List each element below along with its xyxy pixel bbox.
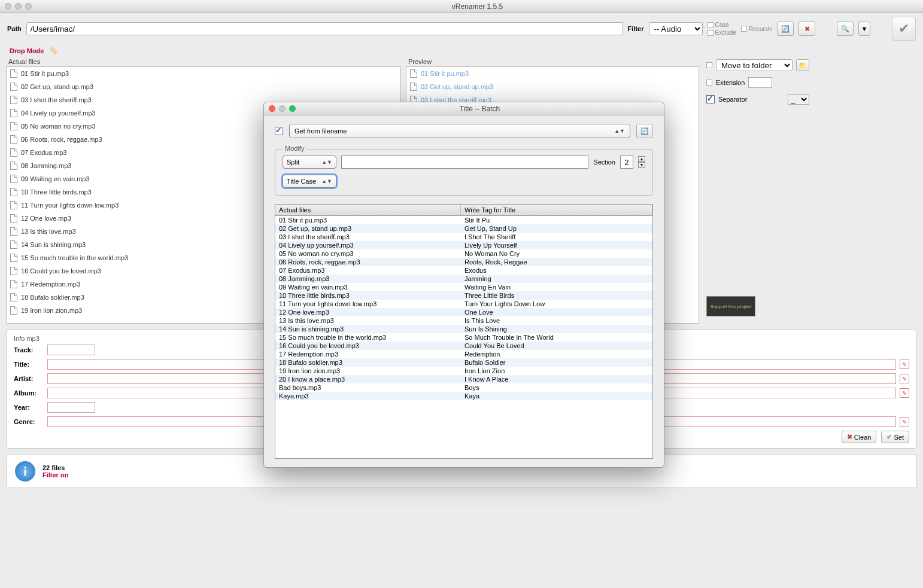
ext-input[interactable] bbox=[748, 77, 772, 88]
zoom-icon[interactable] bbox=[25, 3, 32, 10]
section-label: Section bbox=[593, 159, 615, 166]
clear-button[interactable]: ✖ bbox=[798, 22, 815, 36]
ext-label: Extension bbox=[716, 79, 745, 86]
file-icon bbox=[10, 162, 17, 170]
search-button[interactable]: 🔍 bbox=[837, 22, 854, 36]
col-actual[interactable]: Actual files bbox=[275, 205, 461, 215]
modal-zoom-icon[interactable] bbox=[289, 105, 296, 112]
file-icon bbox=[410, 69, 417, 78]
actual-files-label: Actual files bbox=[6, 57, 401, 66]
case-checkbox[interactable] bbox=[708, 22, 713, 28]
path-input[interactable] bbox=[26, 22, 623, 35]
move-select[interactable]: Move to folder bbox=[716, 59, 793, 71]
modal-min-icon[interactable] bbox=[279, 105, 286, 112]
table-row[interactable]: Bad boys.mp3Boys bbox=[275, 383, 652, 392]
table-row[interactable]: 01 Stir it pu.mp3Stir It Pu bbox=[275, 216, 652, 224]
modify-fieldset: Modify Split▲▼ Section ▲▼ Title Case▲▼ bbox=[275, 149, 653, 196]
close-icon[interactable] bbox=[5, 3, 11, 10]
edit-title-icon[interactable]: ✎ bbox=[900, 359, 909, 369]
section-spinner[interactable] bbox=[620, 156, 633, 169]
spin-down[interactable]: ▼ bbox=[638, 162, 645, 168]
exclude-checkbox[interactable] bbox=[708, 30, 713, 36]
table-row[interactable]: 08 Jamming.mp3Jamming bbox=[275, 275, 652, 283]
table-row[interactable]: 10 Three little birds.mp3Three Little Bi… bbox=[275, 291, 652, 300]
refresh-button[interactable]: 🔄 bbox=[777, 22, 794, 36]
move-checkbox[interactable] bbox=[706, 62, 712, 68]
edit-album-icon[interactable]: ✎ bbox=[900, 388, 909, 398]
split-input[interactable] bbox=[341, 156, 588, 169]
modal-table: Actual files Write Tag for Title 01 Stir… bbox=[275, 204, 653, 459]
case-select[interactable]: Title Case▲▼ bbox=[283, 175, 336, 188]
table-row[interactable]: 07 Exodus.mp3Exodus bbox=[275, 266, 652, 275]
spin-up[interactable]: ▲ bbox=[638, 156, 645, 162]
source-select[interactable]: Get from filename▲▼ bbox=[289, 124, 630, 138]
path-label: Path bbox=[7, 25, 22, 32]
file-row[interactable]: 01 Stir it pu.mp3 bbox=[7, 67, 400, 80]
toolbar: Path Filter -- Audio Case Exclude Recurs… bbox=[0, 13, 923, 44]
dropdown-button[interactable]: ▼ bbox=[858, 22, 870, 36]
file-icon bbox=[410, 83, 417, 91]
file-count: 22 files bbox=[42, 464, 68, 471]
ext-checkbox[interactable] bbox=[706, 80, 712, 86]
table-row[interactable]: 12 One love.mp3One Love bbox=[275, 308, 652, 316]
table-row[interactable]: 11 Turn your lights down low.mp3Turn You… bbox=[275, 300, 652, 308]
year-input[interactable] bbox=[47, 402, 95, 413]
set-button[interactable]: ✔Set bbox=[881, 431, 909, 443]
table-row[interactable]: 15 So much trouble in the world.mp3So Mu… bbox=[275, 333, 652, 342]
file-icon bbox=[10, 175, 17, 183]
sep-checkbox[interactable] bbox=[706, 95, 715, 103]
table-row[interactable]: 06 Roots, rock, reggae.mp3Roots, Rock, R… bbox=[275, 258, 652, 266]
table-row[interactable]: 05 No woman no cry.mp3No Woman No Cry bbox=[275, 249, 652, 258]
modal-close-icon[interactable] bbox=[269, 105, 275, 112]
col-write[interactable]: Write Tag for Title bbox=[461, 205, 652, 215]
source-checkbox[interactable] bbox=[275, 127, 283, 135]
folder-button[interactable]: 📁 bbox=[796, 59, 809, 71]
apply-button[interactable]: ✔ bbox=[892, 17, 916, 41]
file-icon bbox=[10, 280, 17, 288]
file-icon bbox=[10, 214, 17, 223]
split-select[interactable]: Split▲▼ bbox=[283, 156, 336, 169]
main-titlebar: vRenamer 1.5.5 bbox=[0, 0, 923, 13]
modal-title: Title -- Batch bbox=[296, 105, 664, 113]
table-row[interactable]: 13 Is this love.mp3Is This Love bbox=[275, 316, 652, 325]
file-icon bbox=[10, 188, 17, 196]
filter-on-label: Filter on bbox=[42, 471, 68, 479]
preview-row[interactable]: 02 Get up, stand up.mp3 bbox=[406, 80, 699, 93]
sep-select[interactable]: _ bbox=[788, 94, 809, 105]
table-row[interactable]: 14 Sun is shining.mp3Sun Is Shining bbox=[275, 325, 652, 333]
table-row[interactable]: 18 Bufalo soldier.mp3Bufalo Soldier bbox=[275, 358, 652, 367]
file-icon bbox=[10, 201, 17, 209]
table-row[interactable]: 19 Iron lion zion.mp3Iron Lion Zion bbox=[275, 367, 652, 375]
minimize-icon[interactable] bbox=[15, 3, 22, 10]
file-icon bbox=[10, 148, 17, 157]
recursiv-checkbox[interactable] bbox=[741, 26, 747, 32]
table-row[interactable]: 20 I know a place.mp3I Know A Place bbox=[275, 375, 652, 383]
file-icon bbox=[10, 267, 17, 275]
table-row[interactable]: 09 Waiting en vain.mp3Waiting En Vain bbox=[275, 283, 652, 291]
support-badge[interactable]: Support this project bbox=[706, 296, 755, 316]
edit-artist-icon[interactable]: ✎ bbox=[900, 374, 909, 383]
edit-genre-icon[interactable]: ✎ bbox=[900, 417, 909, 426]
file-icon bbox=[10, 293, 17, 301]
table-row[interactable]: 16 Could you be loved.mp3Could You Be Lo… bbox=[275, 342, 652, 350]
track-input[interactable] bbox=[47, 345, 95, 355]
drop-mode-label[interactable]: Drop Mode bbox=[10, 47, 44, 54]
preview-row[interactable]: 01 Stir it pu.mp3 bbox=[406, 67, 699, 80]
filter-select[interactable]: -- Audio bbox=[649, 22, 703, 35]
file-icon bbox=[10, 227, 17, 236]
table-row[interactable]: 17 Redemption.mp3Redemption bbox=[275, 350, 652, 358]
file-icon bbox=[10, 135, 17, 144]
file-icon bbox=[10, 254, 17, 262]
table-row[interactable]: Kaya.mp3Kaya bbox=[275, 392, 652, 400]
clean-button[interactable]: ✖Clean bbox=[842, 431, 877, 443]
file-icon bbox=[10, 240, 17, 249]
batch-modal: Title -- Batch Get from filename▲▼ 🔄 Mod… bbox=[263, 102, 664, 468]
table-row[interactable]: 03 I shot the sheriff.mp3I Shot The Sher… bbox=[275, 233, 652, 241]
modal-refresh-button[interactable]: 🔄 bbox=[636, 124, 653, 138]
file-row[interactable]: 02 Get up, stand up.mp3 bbox=[7, 80, 400, 93]
file-icon bbox=[10, 83, 17, 91]
file-icon bbox=[10, 109, 17, 117]
file-icon bbox=[10, 122, 17, 130]
table-row[interactable]: 04 Lively up yourself.mp3Lively Up Yours… bbox=[275, 241, 652, 249]
table-row[interactable]: 02 Get up, stand up.mp3Get Up, Stand Up bbox=[275, 224, 652, 233]
